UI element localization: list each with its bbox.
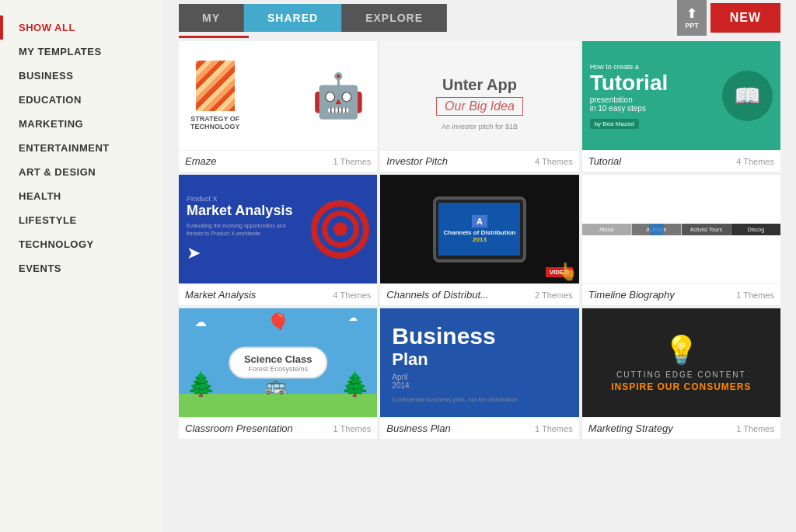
card-marketing-thumb: 💡 CUTTING EDGE CONTENT INSPIRE OUR CONSU… <box>582 308 780 417</box>
card-investor-thumb: Unter App Our Big Idea An investor pitch… <box>380 41 578 150</box>
market-text-area: Product X Market Analysis Evaluating the… <box>179 187 303 270</box>
sidebar-item-art-design[interactable]: ART & DESIGN <box>0 160 163 184</box>
timeline-photo-2: 👤 Activism <box>632 224 682 235</box>
card-investor-info: Investor Pitch 4 Themes <box>380 150 578 172</box>
bulb-icon: 💡 <box>664 334 699 367</box>
card-grid: STRATEGY OFTECHNOLOGY 🤖 Emaze 1 Themes U… <box>179 41 780 439</box>
card-market-analysis[interactable]: Product X Market Analysis Evaluating the… <box>179 175 377 305</box>
card-emaze-title: Emaze <box>185 155 216 167</box>
marketing-line2: INSPIRE OUR CONSUMERS <box>611 381 751 392</box>
ppt-icon: ⬆ <box>686 6 696 21</box>
timeline-photo-3: Activist Tours <box>682 224 731 235</box>
card-marketing-strategy[interactable]: 💡 CUTTING EDGE CONTENT INSPIRE OUR CONSU… <box>582 308 780 439</box>
person-icon-1: 👤 <box>643 224 670 235</box>
sidebar-item-show-all[interactable]: SHOW ALL <box>0 16 163 40</box>
card-classroom-themes: 1 Themes <box>333 424 372 433</box>
timeline-photo-4: Discog <box>731 224 780 235</box>
tab-my[interactable]: MY <box>179 4 244 32</box>
card-channels-thumb: A Channels of Distribution 2013 VIDEO 👆 <box>380 175 578 283</box>
card-channels-title: Channels of Distribut... <box>386 289 489 301</box>
balloon-icon: 🎈 <box>267 312 290 334</box>
card-business-plan[interactable]: Business Plan April2014 Confidential bus… <box>380 308 578 439</box>
card-timeline-title: Timeline Biography <box>588 289 675 301</box>
tutorial-sub: presentationin 10 easy steps <box>590 96 707 113</box>
card-market-themes: 4 Themes <box>333 290 372 300</box>
sidebar-item-business[interactable]: BUSINESS <box>0 64 163 88</box>
card-marketing-info: Marketing Strategy 1 Themes <box>582 417 780 439</box>
sidebar: SHOW ALL MY TEMPLATES BUSINESS EDUCATION… <box>0 0 163 532</box>
emaze-stripes-icon <box>196 61 235 111</box>
tutorial-author: by Bea Mazed <box>590 119 639 129</box>
tutorial-how: How to create a <box>590 63 707 71</box>
business-big: Business <box>392 323 495 349</box>
card-classroom[interactable]: 🌲 🌲 ☁ ☁ 🎈 🚌 Science Class Forest Ecosyst… <box>179 308 377 439</box>
card-emaze-themes: 1 Themes <box>333 157 372 166</box>
card-timeline[interactable]: About 👤 Activism Activist Tours Discog T… <box>582 175 780 305</box>
tablet-frame: A Channels of Distribution 2013 <box>433 196 526 263</box>
investor-sub-text: Our Big Idea <box>436 97 523 116</box>
card-tutorial-thumb: How to create a Tutorial presentationin … <box>582 41 780 150</box>
market-arrow-icon: ➤ <box>187 243 295 263</box>
tutorial-icon: 📖 <box>722 71 773 121</box>
card-channels-themes: 2 Themes <box>535 290 573 300</box>
business-desc: Confidential business plan, not for dist… <box>392 396 517 403</box>
card-emaze-info: Emaze 1 Themes <box>179 150 377 172</box>
business-date: April2014 <box>392 373 409 390</box>
sidebar-item-marketing[interactable]: MARKETING <box>0 112 163 136</box>
card-business-themes: 1 Themes <box>535 424 573 433</box>
tab-underline <box>179 36 249 38</box>
card-market-thumb: Product X Market Analysis Evaluating the… <box>179 175 377 283</box>
tab-shared[interactable]: SHARED <box>244 4 342 32</box>
card-marketing-themes: 1 Themes <box>736 424 774 433</box>
card-classroom-info: Classroom Presentation 1 Themes <box>179 417 377 439</box>
card-marketing-title: Marketing Strategy <box>588 422 673 434</box>
card-market-info: Market Analysis 4 Themes <box>179 283 377 305</box>
card-timeline-thumb: About 👤 Activism Activist Tours Discog <box>582 175 780 283</box>
tab-explore[interactable]: EXPLORE <box>342 4 447 32</box>
market-desc: Evaluating the evolving opportunities an… <box>187 222 295 236</box>
card-market-title: Market Analysis <box>185 289 256 301</box>
emaze-logo-area: STRATEGY OFTECHNOLOGY <box>190 61 240 130</box>
card-investor-themes: 4 Themes <box>535 157 573 166</box>
sidebar-item-education[interactable]: EDUCATION <box>0 88 163 112</box>
main-content: MY SHARED EXPLORE ⬆ PPT NEW STRATEGY OFT… <box>163 0 796 532</box>
cloud-icon-2: ☁ <box>348 312 358 323</box>
marketing-line1: CUTTING EDGE CONTENT <box>616 370 746 379</box>
card-tutorial-title: Tutorial <box>588 155 621 167</box>
channels-year: 2013 <box>473 236 487 243</box>
card-business-title: Business Plan <box>386 422 450 434</box>
market-subtitle: Product X <box>187 195 295 203</box>
tutorial-text-area: How to create a Tutorial presentationin … <box>582 55 714 137</box>
sidebar-item-entertainment[interactable]: ENTERTAINMENT <box>0 136 163 160</box>
card-channels-info: Channels of Distribut... 2 Themes <box>380 283 578 305</box>
sidebar-item-technology[interactable]: TECHNOLOGY <box>0 232 163 256</box>
cloud-icon: ☁ <box>194 315 207 329</box>
market-big: Market Analysis <box>187 203 295 219</box>
timeline-photo-1: About <box>582 224 632 235</box>
sidebar-item-my-templates[interactable]: MY TEMPLATES <box>0 40 163 64</box>
card-timeline-info: Timeline Biography 1 Themes <box>582 283 780 305</box>
card-timeline-themes: 1 Themes <box>736 290 774 300</box>
investor-desc: An investor pitch for $1B <box>442 123 518 130</box>
sidebar-item-events[interactable]: EVENTS <box>0 256 163 280</box>
tree-left: 🌲 <box>187 370 215 398</box>
tree-right: 🌲 <box>340 370 369 398</box>
emaze-logo-text: STRATEGY OFTECHNOLOGY <box>190 115 240 130</box>
tablet-a-label: A <box>472 215 487 228</box>
tablet-screen: A Channels of Distribution 2013 <box>438 203 520 256</box>
classroom-banner-sub: Forest Ecosystems <box>244 365 312 373</box>
card-emaze[interactable]: STRATEGY OFTECHNOLOGY 🤖 Emaze 1 Themes <box>179 41 377 172</box>
new-button[interactable]: NEW <box>710 3 780 33</box>
card-tutorial-themes: 4 Themes <box>736 157 774 166</box>
channels-title: Channels of Distribution <box>444 229 516 236</box>
emaze-robot-icon: 🤖 <box>312 75 365 117</box>
classroom-banner-title: Science Class <box>244 353 312 365</box>
sidebar-item-health[interactable]: HEALTH <box>0 184 163 208</box>
sidebar-item-lifestyle[interactable]: LIFESTYLE <box>0 208 163 232</box>
card-classroom-thumb: 🌲 🌲 ☁ ☁ 🎈 🚌 Science Class Forest Ecosyst… <box>179 308 377 417</box>
ppt-button[interactable]: ⬆ PPT <box>677 0 707 36</box>
card-tutorial[interactable]: How to create a Tutorial presentationin … <box>582 41 780 172</box>
card-investor-pitch[interactable]: Unter App Our Big Idea An investor pitch… <box>380 41 578 172</box>
card-investor-title: Investor Pitch <box>386 155 448 167</box>
card-channels[interactable]: A Channels of Distribution 2013 VIDEO 👆 … <box>380 175 578 305</box>
